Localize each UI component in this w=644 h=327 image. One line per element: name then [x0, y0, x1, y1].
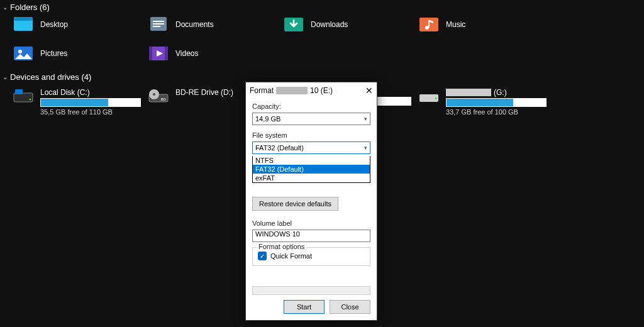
quick-format-label: Quick Format [270, 252, 312, 260]
close-button[interactable]: Close [330, 300, 370, 314]
svg-point-20 [153, 93, 155, 96]
svg-rect-13 [149, 47, 152, 60]
dialog-titlebar[interactable]: Format 10 (E:) ✕ [246, 82, 377, 99]
local-disk-icon [13, 88, 34, 106]
svg-rect-1 [14, 17, 33, 21]
filesystem-option-fat32[interactable]: FAT32 (Default) [253, 165, 370, 174]
drive-label: BD-RE Drive (D:) [175, 88, 233, 97]
filesystem-option-ntfs[interactable]: NTFS [253, 156, 370, 165]
drive-free-text: 35,5 GB free of 110 GB [40, 108, 141, 116]
chevron-down-icon: ⌄ [3, 4, 8, 11]
drive-label: Local Disk (C:) [40, 88, 141, 97]
drive-free-text: 33,7 GB free of 100 GB [446, 108, 547, 116]
svg-point-17 [30, 99, 31, 101]
restore-defaults-button[interactable]: Restore device defaults [252, 197, 338, 211]
folder-label: Videos [175, 49, 198, 58]
svg-rect-3 [153, 21, 164, 22]
close-icon[interactable]: ✕ [365, 86, 373, 96]
svg-rect-4 [153, 23, 164, 25]
folders-grid: Desktop Documents Downloads Music Pictur… [0, 16, 644, 70]
folder-label: Documents [175, 20, 214, 29]
quick-format-checkbox[interactable]: ✓ [258, 252, 267, 260]
volume-label-value: WINDOWS 10 [255, 230, 300, 238]
format-options-group: Format options ✓ Quick Format [252, 247, 370, 266]
capacity-label: Capacity: [252, 103, 370, 110]
folder-videos[interactable]: Videos [148, 45, 283, 62]
drive-capacity-bar [40, 98, 141, 107]
svg-point-11 [18, 50, 22, 53]
filesystem-label: File system [252, 131, 370, 139]
redacted-label [446, 89, 491, 96]
start-button[interactable]: Start [284, 300, 325, 314]
svg-rect-14 [165, 47, 168, 60]
chevron-down-icon: ▾ [364, 145, 367, 151]
folder-label: Music [446, 20, 465, 29]
optical-drive-icon: BD [148, 88, 169, 106]
folder-downloads[interactable]: Downloads [283, 16, 418, 33]
drive-label: (G:) [494, 88, 507, 97]
folder-desktop[interactable]: Desktop [13, 16, 148, 33]
folders-header-label: Folders (6) [10, 3, 50, 12]
dialog-title-prefix: Format [250, 86, 274, 95]
videos-icon [148, 45, 169, 62]
folders-header[interactable]: ⌄ Folders (6) [0, 0, 644, 16]
folder-label: Downloads [311, 20, 348, 29]
drive-g[interactable]: (G:) 33,7 GB free of 100 GB [418, 88, 553, 116]
filesystem-select[interactable]: FAT32 (Default) ▾ [252, 141, 370, 154]
volume-label-input[interactable]: WINDOWS 10 [252, 230, 370, 242]
folder-music[interactable]: Music [418, 16, 553, 33]
volume-label-label: Volume label [252, 219, 370, 227]
svg-rect-9 [428, 20, 430, 28]
redacted-label [276, 87, 308, 94]
documents-icon [148, 16, 169, 33]
drives-header-label: Devices and drives (4) [10, 72, 91, 82]
drive-capacity-bar [446, 98, 547, 107]
folder-label: Pictures [40, 49, 67, 58]
music-icon [418, 16, 440, 33]
filesystem-dropdown: NTFS FAT32 (Default) exFAT [252, 156, 370, 183]
filesystem-option-exfat[interactable]: exFAT [253, 174, 370, 182]
drive-c[interactable]: Local Disk (C:) 35,5 GB free of 110 GB [13, 88, 148, 116]
svg-point-23 [435, 97, 437, 99]
format-options-legend: Format options [257, 243, 306, 250]
svg-rect-16 [15, 89, 23, 94]
folder-pictures[interactable]: Pictures [13, 45, 148, 62]
pictures-icon [13, 45, 34, 62]
capacity-select[interactable]: 14,9 GB ▾ [252, 113, 370, 125]
downloads-icon [283, 16, 304, 33]
folder-documents[interactable]: Documents [148, 16, 283, 33]
chevron-down-icon: ⌄ [3, 74, 8, 80]
drive-icon [418, 88, 440, 106]
folder-label: Desktop [40, 20, 68, 29]
format-dialog: Format 10 (E:) ✕ Capacity: 14,9 GB ▾ Fil… [245, 82, 377, 321]
svg-rect-5 [153, 26, 160, 27]
progress-bar [252, 286, 370, 295]
svg-text:BD: BD [161, 97, 167, 101]
svg-rect-15 [14, 93, 33, 102]
capacity-value: 14,9 GB [255, 115, 280, 123]
chevron-down-icon: ▾ [364, 116, 367, 122]
desktop-icon [13, 16, 34, 33]
filesystem-value: FAT32 (Default) [255, 144, 304, 152]
dialog-title-suffix: 10 (E:) [310, 86, 333, 95]
